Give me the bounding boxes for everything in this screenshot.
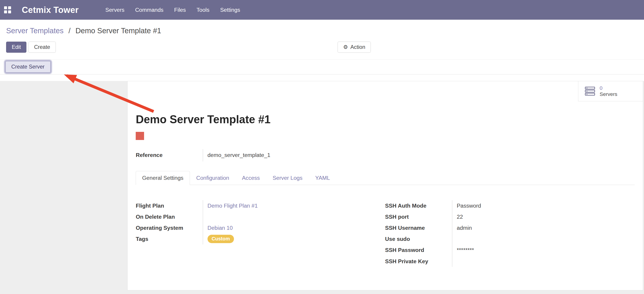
field-label-ssh-port: SSH port [385, 211, 452, 222]
operating-system-link[interactable]: Debian 10 [208, 225, 233, 231]
left-field-group: Flight Plan Demo Flight Plan #1 On Delet… [136, 200, 385, 267]
field-value-tags: Custom [203, 233, 385, 244]
servers-count: 0 [600, 85, 617, 91]
menu-servers[interactable]: Servers [100, 0, 130, 20]
main-menu: Servers Commands Files Tools Settings [100, 0, 246, 20]
apps-grid-square [8, 11, 11, 13]
general-settings-page: Flight Plan Demo Flight Plan #1 On Delet… [136, 200, 635, 267]
servers-stat-text: 0 Servers [600, 85, 617, 97]
reference-value: demo_server_template_1 [203, 149, 635, 162]
edit-button[interactable]: Edit [6, 42, 26, 53]
field-label-tags: Tags [136, 233, 202, 244]
field-value-flight-plan: Demo Flight Plan #1 [203, 200, 385, 211]
servers-stat-label: Servers [600, 91, 617, 97]
create-button[interactable]: Create [28, 42, 56, 53]
form-view-background: 0 Servers Demo Server Template #1 Refere… [0, 81, 644, 294]
servers-stat-button[interactable]: 0 Servers [578, 81, 643, 101]
color-swatch [136, 132, 144, 140]
field-label-ssh-username: SSH Username [385, 222, 452, 233]
menu-commands[interactable]: Commands [130, 0, 169, 20]
breadcrumb-parent-link[interactable]: Server Templates [6, 27, 64, 35]
tab-server-logs[interactable]: Server Logs [266, 171, 309, 185]
tab-general-settings[interactable]: General Settings [136, 171, 190, 185]
control-panel-buttons: Edit Create [6, 42, 638, 53]
field-value-on-delete-plan [203, 211, 385, 222]
form-header-bar: Create Server [0, 59, 644, 74]
app-window: Cetmix Tower Servers Commands Files Tool… [0, 0, 644, 294]
field-label-ssh-password: SSH Password [385, 244, 452, 255]
notebook-tabs: General Settings Configuration Access Se… [136, 171, 635, 185]
field-label-on-delete-plan: On Delete Plan [136, 211, 202, 222]
flight-plan-link[interactable]: Demo Flight Plan #1 [208, 203, 258, 209]
field-value-ssh-auth-mode: Password [452, 200, 635, 211]
create-server-button[interactable]: Create Server [6, 61, 50, 73]
apps-grid-square [8, 6, 11, 9]
field-value-ssh-username: admin [452, 222, 635, 233]
field-label-ssh-private-key: SSH Private Key [385, 256, 452, 267]
tag-badge-custom: Custom [208, 235, 234, 243]
field-value-ssh-private-key [452, 256, 635, 267]
breadcrumb: Server Templates / Demo Server Template … [6, 26, 638, 36]
apps-grid-icon[interactable] [4, 6, 11, 13]
field-label-ssh-auth-mode: SSH Auth Mode [385, 200, 452, 211]
field-value-ssh-password: ******** [452, 244, 635, 255]
form-sheet: 0 Servers Demo Server Template #1 Refere… [127, 81, 643, 290]
field-value-ssh-port: 22 [452, 211, 635, 222]
field-label-use-sudo: Use sudo [385, 233, 452, 244]
top-navbar: Cetmix Tower Servers Commands Files Tool… [0, 0, 644, 20]
apps-grid-square [4, 11, 7, 13]
gear-icon: ⚙ [343, 44, 348, 50]
field-value-operating-system: Debian 10 [203, 222, 385, 233]
breadcrumb-current: Demo Server Template #1 [76, 27, 161, 35]
menu-tools[interactable]: Tools [191, 0, 215, 20]
tab-yaml[interactable]: YAML [309, 171, 336, 185]
field-label-flight-plan: Flight Plan [136, 200, 202, 211]
tab-configuration[interactable]: Configuration [190, 171, 236, 185]
reference-label: Reference [136, 149, 202, 162]
field-label-operating-system: Operating System [136, 222, 202, 233]
sheet-content: Demo Server Template #1 Reference demo_s… [128, 81, 643, 267]
record-title: Demo Server Template #1 [136, 81, 635, 125]
app-brand[interactable]: Cetmix Tower [22, 5, 78, 15]
apps-grid-square [4, 6, 7, 9]
field-value-use-sudo [452, 233, 635, 244]
tab-access[interactable]: Access [236, 171, 266, 185]
servers-icon [585, 87, 596, 96]
reference-field-row: Reference demo_server_template_1 [136, 149, 635, 162]
control-panel: Server Templates / Demo Server Template … [0, 20, 644, 59]
right-field-group: SSH Auth Mode Password SSH port 22 SSH U… [385, 200, 635, 267]
breadcrumb-separator: / [68, 27, 70, 35]
menu-settings[interactable]: Settings [215, 0, 246, 20]
action-button[interactable]: ⚙ Action [338, 42, 371, 53]
menu-files[interactable]: Files [169, 0, 191, 20]
action-button-label: Action [350, 44, 365, 50]
